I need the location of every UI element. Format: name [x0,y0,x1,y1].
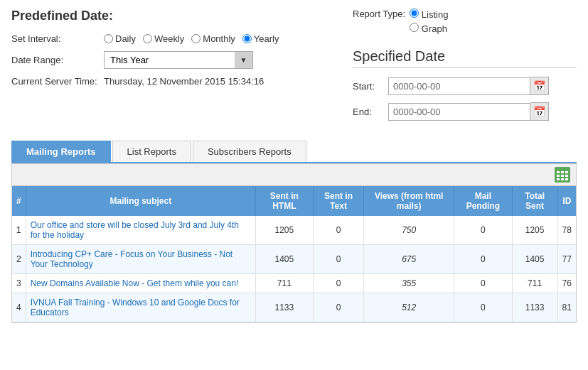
export-icon[interactable] [555,167,570,183]
cell-total-sent: 711 [512,274,557,293]
cell-sent-text: 0 [313,216,364,245]
col-num: # [12,186,26,216]
table-row: 2 Introducing CP+ Care - Focus on Your B… [12,245,576,274]
tab-list-reports[interactable]: List Reports [112,141,191,162]
interval-daily-radio[interactable] [104,34,113,43]
interval-yearly-label: Yearly [254,33,279,44]
cell-num: 4 [12,293,26,322]
cell-total-sent: 1405 [512,245,557,274]
cell-views: 750 [364,216,454,245]
cell-id: 81 [557,293,576,322]
tab-mailing-reports[interactable]: Mailing Reports [11,141,111,162]
interval-radio-group: Daily Weekly Monthly Yearly [104,33,279,44]
table-body: 1 Our office and store will be closed Ju… [12,216,576,322]
table-container: # Mailing subject Sent in HTML Sent in T… [11,163,577,323]
cell-mail-pending: 0 [454,216,512,245]
interval-monthly-radio[interactable] [191,34,201,43]
tab-subscribers-reports[interactable]: Subscribers Reports [193,141,306,162]
server-time-label: Current Server Time: [11,76,104,87]
cell-views: 355 [364,274,454,293]
start-date-input[interactable] [388,77,530,95]
svg-rect-5 [561,175,564,177]
set-interval-label: Set Interval: [11,33,104,44]
svg-rect-3 [565,171,568,173]
cell-mail-pending: 0 [454,293,512,322]
cell-sent-html: 1133 [256,293,314,322]
end-date-input[interactable] [388,103,530,121]
report-type-options: Listing Graph [410,9,448,37]
start-calendar-icon[interactable]: 📅 [530,77,549,95]
date-range-select[interactable]: This Year Last Year Custom [104,51,253,69]
interval-weekly-label: Weekly [154,33,184,44]
table-row: 4 IVNUA Fall Training - Windows 10 and G… [12,293,576,322]
interval-daily-label: Daily [115,33,136,44]
col-total-sent: Total Sent [512,186,557,216]
server-time-value: Thursday, 12 November 2015 15:34:16 [104,76,264,87]
report-type-listing-option[interactable]: Listing [410,9,448,20]
specified-date-title: Specified Date [353,48,577,68]
cell-id: 77 [557,245,576,274]
cell-subject: Our office and store will be closed July… [26,216,255,245]
end-calendar-icon[interactable]: 📅 [530,102,549,121]
report-type-graph-radio[interactable] [410,23,419,32]
col-views: Views (from html mails) [364,186,454,216]
interval-weekly-radio[interactable] [143,34,152,43]
date-range-wrapper: This Year Last Year Custom ▼ [104,51,253,69]
subject-link[interactable]: IVNUA Fall Training - Windows 10 and Goo… [31,298,240,317]
cell-sent-html: 711 [256,274,314,293]
col-mail-pending: Mail Pending [454,186,512,216]
cell-total-sent: 1133 [512,293,557,322]
svg-rect-7 [557,178,560,180]
table-header-row: # Mailing subject Sent in HTML Sent in T… [12,186,576,216]
date-range-label: Date Range: [11,55,104,65]
cell-sent-html: 1205 [256,216,314,245]
end-date-label: End: [353,107,388,117]
interval-monthly-label: Monthly [203,33,235,44]
cell-id: 78 [557,216,576,245]
interval-monthly-option[interactable]: Monthly [191,33,235,44]
col-id: ID [557,186,576,216]
predefined-date-title: Predefined Date: [11,9,338,23]
cell-sent-html: 1405 [256,245,314,274]
report-type-listing-radio[interactable] [410,9,419,18]
cell-num: 1 [12,216,26,245]
report-type-graph-option[interactable]: Graph [410,23,447,34]
svg-rect-9 [565,178,568,180]
cell-subject: New Domains Available Now - Get them whi… [26,274,255,293]
report-type-listing-label: Listing [422,9,449,20]
cell-subject: Introducing CP+ Care - Focus on Your Bus… [26,245,255,274]
col-subject: Mailing subject [26,186,255,216]
tabs-container: Mailing Reports List Reports Subscribers… [11,141,577,323]
cell-sent-text: 0 [313,293,364,322]
svg-rect-6 [565,175,568,177]
interval-yearly-option[interactable]: Yearly [242,33,279,44]
table-row: 1 Our office and store will be closed Ju… [12,216,576,245]
interval-weekly-option[interactable]: Weekly [143,33,184,44]
interval-daily-option[interactable]: Daily [104,33,136,44]
table-row: 3 New Domains Available Now - Get them w… [12,274,576,293]
cell-sent-text: 0 [313,245,364,274]
cell-num: 3 [12,274,26,293]
subject-link[interactable]: New Domains Available Now - Get them whi… [31,278,239,288]
cell-id: 76 [557,274,576,293]
cell-views: 675 [364,245,454,274]
report-type-graph-label: Graph [422,23,447,34]
subject-link[interactable]: Our office and store will be closed July… [31,220,239,240]
cell-views: 512 [364,293,454,322]
interval-yearly-radio[interactable] [242,34,252,43]
start-date-label: Start: [353,81,388,92]
cell-num: 2 [12,245,26,274]
svg-rect-2 [561,171,564,173]
report-type-section: Report Type: Listing Graph [353,9,577,37]
cell-total-sent: 1205 [512,216,557,245]
svg-rect-4 [557,175,560,177]
col-sent-text: Sent in Text [313,186,364,216]
col-sent-html: Sent in HTML [256,186,314,216]
cell-sent-text: 0 [313,274,364,293]
tabs-row: Mailing Reports List Reports Subscribers… [11,141,577,163]
cell-subject: IVNUA Fall Training - Windows 10 and Goo… [26,293,255,322]
subject-link[interactable]: Introducing CP+ Care - Focus on Your Bus… [31,249,232,269]
svg-rect-1 [557,171,560,173]
cell-mail-pending: 0 [454,274,512,293]
svg-rect-8 [561,178,564,180]
